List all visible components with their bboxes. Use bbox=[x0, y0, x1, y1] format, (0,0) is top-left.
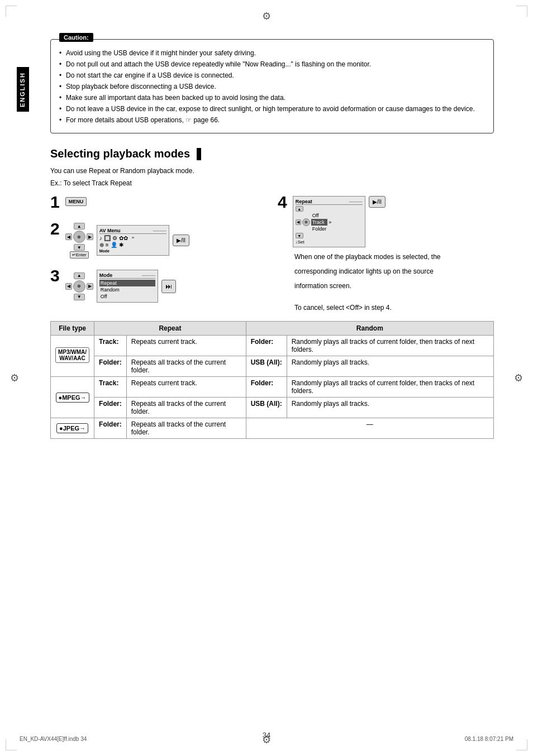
down-arrow-s3[interactable]: ▼ bbox=[74, 294, 85, 300]
av-menu-dashes: -------- bbox=[153, 228, 166, 233]
section-heading: Selecting playback modes bbox=[50, 147, 499, 160]
caution-item-7: For more details about USB operations, ☞… bbox=[59, 115, 485, 125]
set-label: ↓Set bbox=[296, 240, 332, 245]
mpeg-folder-text: Repeats all tracks of the current folder… bbox=[126, 398, 246, 418]
mpeg-usb-text: Randomly plays all tracks. bbox=[287, 398, 493, 418]
caution-list: Avoid using the USB device if it might h… bbox=[59, 48, 485, 125]
left-arrow-s3[interactable]: ◀ bbox=[65, 283, 72, 290]
table-row-jpeg: ●JPEG→ Folder: Repeats all tracks of the… bbox=[51, 418, 494, 439]
cancel-text: To cancel, select <Off> in step 4. bbox=[294, 304, 494, 312]
repeat-box: Repeat -------- ▲ ◀ bbox=[293, 196, 365, 247]
center-button-s3[interactable]: ⊕ bbox=[73, 280, 85, 293]
caution-item-1: Avoid using the USB device if it might h… bbox=[59, 48, 485, 58]
mode-box: Mode -------- Repeat Random Off bbox=[97, 270, 158, 303]
table-row-mp3-2: Folder: Repeats all tracks of the curren… bbox=[51, 356, 494, 377]
table-row-mpeg-2: Folder: Repeats all tracks of the curren… bbox=[51, 398, 494, 418]
menu-button[interactable]: MENU bbox=[65, 197, 87, 206]
footer-left: EN_KD-AVX44[E]ff.indb 34 bbox=[20, 736, 87, 742]
step-3: 3 ▲ ◀ ⊕ ▶ ▼ bbox=[50, 267, 266, 303]
play-pause-btn-step2[interactable]: ▶/II bbox=[173, 235, 189, 246]
step-4: 4 Repeat -------- bbox=[278, 194, 494, 247]
mode-item-random: Random bbox=[99, 286, 155, 293]
step-3-number: 3 bbox=[50, 267, 60, 284]
step-4-number: 4 bbox=[278, 194, 287, 210]
jpeg-folder-label: Folder: bbox=[94, 418, 127, 439]
mode-dashes: -------- bbox=[142, 272, 155, 278]
mode-label-small: Mode bbox=[99, 249, 110, 253]
jpeg-random-empty: — bbox=[246, 418, 493, 439]
mpeg-folder-label: Folder: bbox=[94, 398, 127, 418]
intro-line2: Ex.: To select Track Repeat bbox=[50, 179, 494, 187]
caution-label: Caution: bbox=[59, 33, 93, 42]
icon-row-1: ♪ 🔲 ⚙ ✿✿ » bbox=[99, 235, 166, 241]
up-arrow-s3[interactable]: ▲ bbox=[74, 272, 85, 279]
caution-item-3: Do not start the car engine if a USB dev… bbox=[59, 70, 485, 80]
intro-line1: You can use Repeat or Random playback mo… bbox=[50, 167, 494, 175]
filetype-mp3: MP3/WMA/WAV/AAC bbox=[51, 336, 94, 377]
repeat-folder: Folder bbox=[311, 226, 328, 232]
repeat-title-text: Repeat bbox=[296, 199, 312, 204]
filetype-jpeg: ●JPEG→ bbox=[51, 418, 94, 439]
playback-modes-table: File type Repeat Random MP3/WMA/WAV/AAC … bbox=[50, 321, 494, 439]
step-1: 1 MENU bbox=[50, 194, 266, 210]
caution-item-5: Make sure all important data has been ba… bbox=[59, 93, 485, 103]
right-arrow-s3[interactable]: ▶ bbox=[87, 283, 93, 290]
step4-desc-line2: corresponding indicator lights up on the… bbox=[294, 266, 494, 276]
right-arrow[interactable]: ▶ bbox=[87, 233, 93, 240]
av-menu-box: AV Menu -------- ♪ 🔲 ⚙ ✿✿ » bbox=[97, 225, 169, 256]
repeat-off: Off bbox=[311, 212, 328, 219]
center-button[interactable]: ⊕ bbox=[73, 231, 85, 243]
nav-arrows-step2: ▲ ◀ ⊕ ▶ ▼ ↵Enter bbox=[65, 223, 93, 257]
caution-item-6: Do not leave a USB device in the car, ex… bbox=[59, 104, 485, 114]
col-header-random: Random bbox=[246, 322, 493, 336]
down-arrow-s4[interactable]: ▼ bbox=[296, 233, 303, 238]
table-row-mpeg: ●MPEG→ Track: Repeats current track. Fol… bbox=[51, 377, 494, 398]
step4-desc-line3: information screen. bbox=[294, 281, 494, 291]
table-row-mp3: MP3/WMA/WAV/AAC Track: Repeats current t… bbox=[51, 336, 494, 356]
step-1-number: 1 bbox=[50, 194, 60, 210]
center-button-s4[interactable]: ⊕ bbox=[302, 218, 310, 226]
gear-icon-bottom: ⚙ bbox=[262, 734, 271, 746]
jpeg-folder-text: Repeats all tracks of the current folder… bbox=[126, 418, 246, 439]
mpeg-track-text: Repeats current track. bbox=[126, 377, 246, 398]
up-arrow-s4[interactable]: ▲ bbox=[296, 206, 303, 212]
repeat-track: Track bbox=[311, 219, 328, 226]
step-2: 2 ▲ ◀ ⊕ ▶ ▼ ↵Enter bbox=[50, 221, 266, 257]
av-menu-title-text: AV Menu bbox=[99, 228, 121, 233]
mp3-usb-label: USB (All): bbox=[246, 356, 287, 377]
mode-item-off: Off bbox=[99, 293, 155, 300]
caution-item-2: Do not pull out and attach the USB devic… bbox=[59, 59, 485, 69]
heading-bar bbox=[197, 148, 201, 160]
repeat-dashes: -------- bbox=[349, 199, 363, 204]
mp3-folder-random-text: Randomly plays all tracks of current fol… bbox=[287, 336, 493, 356]
mpeg-folder-random-label: Folder: bbox=[246, 377, 287, 398]
mp3-usb-text: Randomly plays all tracks. bbox=[287, 356, 493, 377]
mpeg-track-label: Track: bbox=[94, 377, 127, 398]
icon-row-2: ⊕ ≡ 👤 ✱ bbox=[99, 242, 166, 248]
mp3-folder-text: Repeats all tracks of the current folder… bbox=[126, 356, 246, 377]
step-2-number: 2 bbox=[50, 221, 60, 237]
mpeg-usb-label: USB (All): bbox=[246, 398, 287, 418]
mp3-track-label: Track: bbox=[94, 336, 127, 356]
down-arrow[interactable]: ▼ bbox=[74, 244, 85, 251]
play-pause-btn-step4[interactable]: ▶/II bbox=[369, 196, 386, 208]
mode-item-repeat: Repeat bbox=[99, 280, 155, 286]
mp3-folder-label: Folder: bbox=[94, 356, 127, 377]
col-header-filetype: File type bbox=[51, 322, 94, 336]
up-arrow[interactable]: ▲ bbox=[74, 223, 85, 229]
enter-btn[interactable]: ↵Enter bbox=[70, 251, 89, 259]
skip-fwd-btn[interactable]: ⏭ bbox=[161, 280, 176, 293]
left-arrow[interactable]: ◀ bbox=[65, 233, 72, 240]
step4-desc-line1: When one of the playback modes is select… bbox=[294, 252, 494, 262]
caution-box: Caution: Avoid using the USB device if i… bbox=[50, 39, 494, 133]
col-header-repeat: Repeat bbox=[94, 322, 246, 336]
caution-item-4: Stop playback before disconnecting a USB… bbox=[59, 82, 485, 92]
left-arrow-s4[interactable]: ◀ bbox=[296, 219, 301, 225]
filetype-mpeg: ●MPEG→ bbox=[51, 377, 94, 418]
footer-right: 08.1.18 8:07:21 PM bbox=[465, 736, 513, 742]
mp3-track-text: Repeats current track. bbox=[126, 336, 246, 356]
section-title: Selecting playback modes bbox=[50, 147, 190, 160]
mpeg-folder-random-text: Randomly plays all tracks of current fol… bbox=[287, 377, 493, 398]
mode-title-text: Mode bbox=[99, 272, 113, 278]
nav-arrows-step3: ▲ ◀ ⊕ ▶ ▼ bbox=[65, 272, 93, 300]
